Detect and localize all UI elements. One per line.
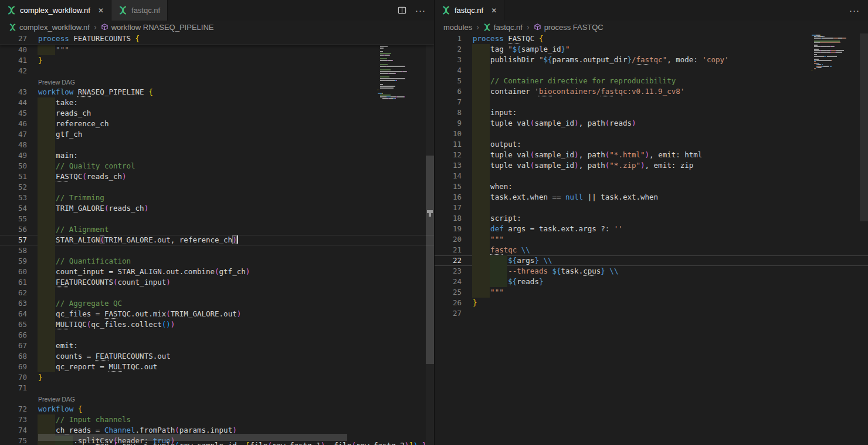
code-line[interactable]: 5 // Container directive for reproducibi… — [435, 76, 868, 86]
line-number[interactable]: 58 — [0, 245, 27, 256]
line-number[interactable]: 56 — [0, 224, 27, 235]
code-line[interactable]: 25 """ — [435, 287, 868, 298]
line-number[interactable]: 22 — [435, 255, 462, 266]
line-number[interactable]: 15 — [435, 181, 462, 192]
code-line[interactable]: 53 // Trimming — [0, 193, 434, 203]
line-number[interactable]: 11 — [435, 139, 462, 150]
code-line[interactable]: 12 tuple val(sample_id), path("*.html"),… — [435, 150, 868, 160]
line-number[interactable]: 73 — [0, 414, 27, 425]
line-number[interactable]: 16 — [435, 192, 462, 203]
code-line[interactable]: 50 // Quality control — [0, 161, 434, 171]
code-line[interactable]: 72workflow { — [0, 404, 434, 414]
line-number[interactable]: 47 — [0, 129, 27, 140]
code-line[interactable]: 40 """ — [0, 45, 434, 55]
code-line[interactable]: 6 container 'biocontainers/fastqc:v0.11.… — [435, 86, 868, 97]
line-number[interactable]: 12 — [435, 150, 462, 160]
code-line[interactable]: 18 script: — [435, 213, 868, 224]
code-line[interactable]: 45 reads_ch — [0, 108, 434, 119]
line-number[interactable]: 65 — [0, 319, 27, 330]
line-number[interactable]: 68 — [0, 351, 27, 362]
editor-tab[interactable]: fastqc.nf ✕ — [435, 0, 504, 21]
code-line[interactable]: 73 // Input channels — [0, 414, 434, 425]
code-line[interactable]: 17 — [435, 203, 868, 213]
line-number[interactable]: 23 — [435, 266, 462, 277]
vertical-scrollbar[interactable] — [426, 156, 434, 364]
code-line[interactable]: 56 // Alignment — [0, 224, 434, 235]
line-number[interactable]: 2 — [435, 44, 462, 55]
code-line[interactable]: 27process FEATURECOUNTS { — [0, 33, 434, 44]
code-line[interactable]: 42 — [0, 66, 434, 76]
code-line[interactable]: 41} — [0, 55, 434, 66]
code-line[interactable]: 22 ${args} \\ — [435, 255, 868, 266]
sticky-scroll-header[interactable]: 27process FEATURECOUNTS { — [0, 33, 434, 45]
line-number[interactable]: 26 — [435, 298, 462, 308]
line-number[interactable]: 27 — [435, 308, 462, 319]
tab-close-icon[interactable]: ✕ — [491, 7, 497, 14]
code-editor-right[interactable]: 1process FASTQC {2 tag "${sample_id}"3 p… — [435, 33, 868, 445]
line-number[interactable]: 46 — [0, 119, 27, 129]
code-editor-left[interactable]: 40 """41}42Preview DAG43workflow RNASEQ_… — [0, 33, 434, 445]
line-number[interactable]: 25 — [435, 287, 462, 298]
code-line[interactable]: 9 tuple val(sample_id), path(reads) — [435, 118, 868, 129]
line-number[interactable]: 75 — [0, 436, 27, 445]
line-number[interactable]: 19 — [435, 224, 462, 234]
code-line[interactable]: 61 FEATURECOUNTS(count_input) — [0, 277, 434, 288]
code-line[interactable]: 58 — [0, 245, 434, 256]
line-number[interactable]: 55 — [0, 214, 27, 224]
code-line[interactable]: 48 — [0, 140, 434, 150]
line-number[interactable]: 64 — [0, 309, 27, 319]
line-number[interactable]: 54 — [0, 203, 27, 214]
code-line[interactable]: 20 """ — [435, 234, 868, 245]
line-number[interactable]: 20 — [435, 234, 462, 245]
line-number[interactable]: 27 — [0, 33, 27, 44]
code-line[interactable]: 60 count_input = STAR_ALIGN.out.combine(… — [0, 267, 434, 277]
code-line[interactable]: 1process FASTQC { — [435, 33, 868, 44]
line-number[interactable]: 18 — [435, 213, 462, 224]
code-line[interactable]: 7 — [435, 97, 868, 107]
line-number[interactable]: 43 — [0, 87, 27, 97]
breadcrumb-item[interactable]: modules — [443, 23, 472, 32]
line-number[interactable]: 67 — [0, 341, 27, 351]
line-number[interactable]: 70 — [0, 372, 27, 383]
code-line[interactable]: 47 gtf_ch — [0, 129, 434, 140]
code-line[interactable]: 46 reference_ch — [0, 119, 434, 129]
line-number[interactable]: 69 — [0, 362, 27, 372]
code-line[interactable]: 24 ${reads} — [435, 277, 868, 287]
line-number[interactable]: 14 — [435, 171, 462, 181]
code-line[interactable]: 57 STAR_ALIGN(TRIM_GALORE.out, reference… — [0, 235, 434, 245]
line-number[interactable]: 57 — [0, 235, 27, 245]
line-number[interactable]: 52 — [0, 182, 27, 193]
code-lens-link[interactable]: Preview DAG — [38, 79, 75, 86]
code-line[interactable]: 69 qc_report = MULTIQC.out — [0, 362, 434, 372]
vertical-scrollbar[interactable] — [860, 33, 868, 221]
tab-close-icon[interactable]: ✕ — [98, 7, 104, 14]
code-line[interactable]: 65 MULTIQC(qc_files.collect()) — [0, 319, 434, 330]
line-number[interactable]: 45 — [0, 108, 27, 119]
breadcrumb-item[interactable]: process FASTQC — [534, 23, 603, 32]
line-number[interactable]: 9 — [435, 118, 462, 129]
code-line[interactable]: 68 counts = FEATURECOUNTS.out — [0, 351, 434, 362]
code-line[interactable]: 14 — [435, 171, 868, 181]
line-number[interactable]: 24 — [435, 277, 462, 287]
line-number[interactable]: 62 — [0, 288, 27, 298]
code-line[interactable]: 64 qc_files = FASTQC.out.mix(TRIM_GALORE… — [0, 309, 434, 319]
breadcrumb-item[interactable]: fastqc.nf — [483, 23, 523, 32]
horizontal-scrollbar[interactable] — [38, 434, 347, 441]
line-number[interactable]: 17 — [435, 203, 462, 213]
line-number[interactable]: 53 — [0, 193, 27, 203]
code-line[interactable]: 2 tag "${sample_id}" — [435, 44, 868, 55]
code-line[interactable]: 4 — [435, 65, 868, 76]
breadcrumb-item[interactable]: workflow RNASEQ_PIPELINE — [101, 23, 214, 32]
code-line[interactable]: 62 — [0, 288, 434, 298]
editor-tab[interactable]: complex_workflow.nf ✕ — [0, 0, 111, 21]
code-line[interactable]: 23 --threads ${task.cpus} \\ — [435, 266, 868, 277]
line-number[interactable]: 1 — [435, 33, 462, 44]
code-line[interactable]: 27 — [435, 308, 868, 319]
code-line[interactable]: 49 main: — [0, 150, 434, 161]
line-number[interactable]: 8 — [435, 107, 462, 118]
line-number[interactable]: 21 — [435, 245, 462, 255]
line-number[interactable]: 6 — [435, 86, 462, 97]
code-line[interactable]: 43workflow RNASEQ_PIPELINE { — [0, 87, 434, 97]
code-line[interactable]: 16 task.ext.when == null || task.ext.whe… — [435, 192, 868, 203]
code-line[interactable]: 19 def args = task.ext.args ?: '' — [435, 224, 868, 234]
